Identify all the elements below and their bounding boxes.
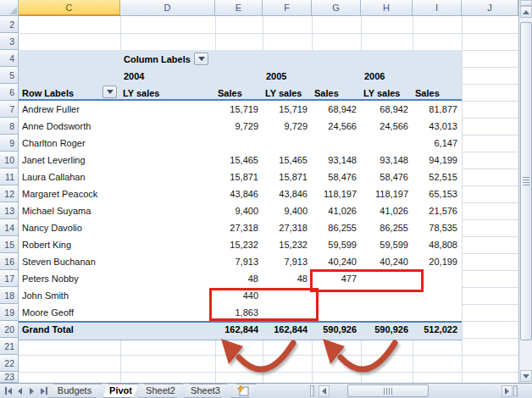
scroll-down-button[interactable] bbox=[520, 370, 532, 382]
pivot-cell-value[interactable]: 86,255 bbox=[312, 219, 357, 236]
insert-worksheet-button[interactable] bbox=[230, 384, 256, 398]
pivot-cell-value[interactable]: 43,846 bbox=[215, 185, 258, 202]
row-header-8[interactable]: 8 bbox=[0, 118, 19, 135]
pivot-cell-value[interactable]: 24,566 bbox=[312, 118, 357, 135]
column-header-f[interactable]: F bbox=[263, 0, 312, 16]
column-header-i[interactable]: I bbox=[413, 0, 462, 16]
pivot-row-name[interactable]: Steven Buchanan bbox=[22, 253, 119, 270]
pivot-cell-value[interactable]: 41,026 bbox=[312, 202, 357, 219]
column-header-e[interactable]: E bbox=[215, 0, 263, 16]
pivot-cell-value[interactable]: 94,199 bbox=[413, 152, 457, 169]
pivot-cell-value[interactable]: 9,729 bbox=[215, 118, 258, 135]
pivot-grand-total-value[interactable]: 590,926 bbox=[312, 321, 357, 338]
first-sheet-button[interactable] bbox=[3, 385, 14, 396]
last-sheet-button[interactable] bbox=[38, 385, 49, 396]
pivot-grand-total-value[interactable]: 162,844 bbox=[263, 321, 308, 338]
pivot-cell-value[interactable]: 68,942 bbox=[312, 101, 357, 118]
pivot-grand-total-value[interactable]: 512,022 bbox=[413, 321, 457, 338]
pivot-cell-value[interactable]: 93,148 bbox=[361, 152, 408, 169]
sheet-tab-sheet3[interactable]: Sheet3 bbox=[184, 384, 227, 398]
pivot-cell-value[interactable]: 81,877 bbox=[413, 101, 457, 118]
pivot-cell-value[interactable]: 15,232 bbox=[263, 236, 308, 253]
pivot-cell-value[interactable]: 7,913 bbox=[215, 253, 258, 270]
pivot-cell-value[interactable]: 15,465 bbox=[215, 152, 258, 169]
pivot-cell-value[interactable]: 52,515 bbox=[413, 169, 457, 185]
pivot-cell-value[interactable]: 48 bbox=[263, 270, 308, 287]
pivot-measure-header[interactable]: LY sales bbox=[123, 85, 213, 102]
row-header-2[interactable]: 2 bbox=[0, 16, 19, 33]
row-header-11[interactable]: 11 bbox=[0, 169, 19, 185]
pivot-year-2004[interactable]: 2004 bbox=[124, 68, 213, 85]
sheet-tab-budgets[interactable]: Budgets bbox=[47, 384, 102, 398]
vertical-split-handle[interactable] bbox=[520, 0, 532, 6]
row-header-22[interactable]: 22 bbox=[0, 355, 19, 372]
pivot-row-name[interactable]: Margaret Peacock bbox=[22, 185, 119, 202]
pivot-cell-value[interactable]: 48 bbox=[215, 270, 258, 287]
pivot-cell-value[interactable]: 40,240 bbox=[312, 253, 357, 270]
pivot-cell-value[interactable]: 43,013 bbox=[413, 118, 457, 135]
pivot-year-2005[interactable]: 2005 bbox=[266, 68, 310, 85]
pivot-cell-value[interactable]: 65,153 bbox=[413, 185, 457, 202]
pivot-cell-value[interactable]: 15,719 bbox=[215, 101, 258, 118]
pivot-cell-value[interactable]: 78,535 bbox=[413, 219, 457, 236]
pivot-cell-value[interactable]: 21,576 bbox=[413, 202, 457, 219]
pivot-cell-value[interactable]: 15,232 bbox=[215, 236, 258, 253]
column-header-d[interactable]: D bbox=[120, 0, 215, 16]
row-header-14[interactable]: 14 bbox=[0, 219, 19, 236]
row-header-12[interactable]: 12 bbox=[0, 185, 19, 202]
pivot-cell-value[interactable]: 58,476 bbox=[312, 169, 357, 185]
pivot-measure-header[interactable]: LY sales bbox=[363, 85, 410, 102]
pivot-year-2006[interactable]: 2006 bbox=[364, 68, 411, 85]
row-header-3[interactable]: 3 bbox=[0, 33, 19, 50]
pivot-cell-value[interactable]: 7,913 bbox=[263, 253, 308, 270]
pivot-grand-total-value[interactable]: 162,844 bbox=[215, 321, 258, 338]
pivot-row-name[interactable]: Robert King bbox=[22, 236, 119, 253]
row-header-5[interactable]: 5 bbox=[0, 67, 19, 84]
pivot-cell-value[interactable]: 86,255 bbox=[361, 219, 408, 236]
pivot-cell-value[interactable]: 6,147 bbox=[413, 135, 457, 152]
vertical-scroll-thumb[interactable] bbox=[520, 22, 532, 340]
pivot-cell-value[interactable]: 58,476 bbox=[361, 169, 408, 185]
pivot-cell-value[interactable]: 20,199 bbox=[413, 253, 457, 270]
row-header-7[interactable]: 7 bbox=[0, 101, 19, 118]
pivot-row-name[interactable]: Moore Geoff bbox=[22, 304, 119, 321]
row-header-18[interactable]: 18 bbox=[0, 287, 19, 304]
row-header-19[interactable]: 19 bbox=[0, 304, 19, 321]
pivot-measure-header[interactable]: Sales bbox=[415, 85, 459, 102]
pivot-cell-value[interactable]: 27,318 bbox=[215, 219, 258, 236]
row-header-4[interactable]: 4 bbox=[0, 50, 19, 67]
pivot-cell-value[interactable]: 118,197 bbox=[312, 185, 357, 202]
row-header-13[interactable]: 13 bbox=[0, 202, 19, 219]
pivot-cell-value[interactable]: 9,400 bbox=[215, 202, 258, 219]
horizontal-scroll-thumb[interactable] bbox=[347, 384, 429, 397]
tab-split-handle[interactable] bbox=[310, 385, 314, 396]
pivot-cell-value[interactable]: 15,719 bbox=[263, 101, 308, 118]
column-labels-filter-button[interactable] bbox=[194, 53, 208, 65]
pivot-row-name[interactable]: Michael Suyama bbox=[22, 202, 119, 219]
pivot-cell-value[interactable]: 15,871 bbox=[263, 169, 308, 185]
column-header-g[interactable]: G bbox=[312, 0, 361, 16]
pivot-cell-value[interactable]: 48,808 bbox=[413, 236, 457, 253]
row-header-10[interactable]: 10 bbox=[0, 152, 19, 169]
pivot-measure-header[interactable]: Sales bbox=[314, 85, 358, 102]
column-header-c[interactable]: C bbox=[19, 0, 120, 16]
pivot-row-name[interactable]: John Smith bbox=[22, 287, 119, 304]
scroll-right-button[interactable] bbox=[502, 385, 513, 397]
previous-sheet-button[interactable] bbox=[14, 385, 25, 396]
scroll-up-button[interactable] bbox=[520, 6, 532, 18]
pivot-row-labels[interactable]: Row Labels bbox=[22, 85, 100, 102]
row-header-6[interactable]: 6 bbox=[0, 84, 19, 101]
hscroll-split-handle[interactable] bbox=[513, 385, 518, 396]
next-sheet-button[interactable] bbox=[26, 385, 37, 396]
pivot-measure-header[interactable]: Sales bbox=[218, 85, 260, 102]
pivot-row-name[interactable]: Janet Leverling bbox=[22, 152, 119, 169]
pivot-cell-value[interactable]: 41,026 bbox=[361, 202, 408, 219]
pivot-cell-value[interactable]: 68,942 bbox=[361, 101, 408, 118]
pivot-row-name[interactable]: Peters Nobby bbox=[22, 270, 119, 287]
pivot-cell-value[interactable]: 43,846 bbox=[263, 185, 308, 202]
pivot-cell-value[interactable]: 27,318 bbox=[263, 219, 308, 236]
pivot-row-name[interactable]: Anne Dodsworth bbox=[22, 118, 119, 135]
pivot-cell-value[interactable]: 24,566 bbox=[361, 118, 408, 135]
row-header-21[interactable]: 21 bbox=[0, 338, 19, 355]
pivot-row-name[interactable]: Laura Callahan bbox=[22, 169, 119, 185]
